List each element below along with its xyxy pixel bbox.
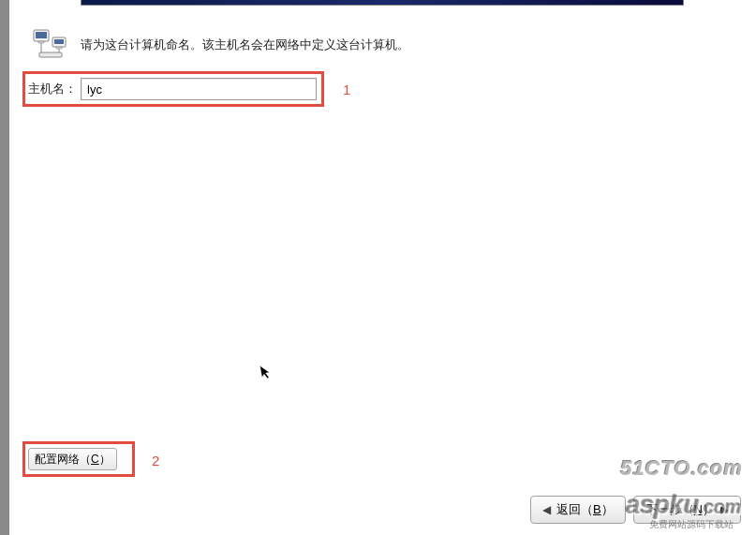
instruction-text: 请为这台计算机命名。该主机名会在网络中定义这台计算机。 — [81, 37, 409, 53]
watermark-aspku-sub: 免费网站源码下载站 — [649, 518, 734, 531]
svg-rect-4 — [54, 39, 64, 44]
svg-rect-2 — [38, 41, 44, 43]
watermark-aspku: aspku.com — [626, 490, 741, 520]
back-button[interactable]: ◀ 返回（B） — [530, 496, 626, 524]
hostname-label: 主机名： — [28, 81, 77, 97]
btn-label-part: ） — [99, 453, 111, 466]
svg-rect-6 — [39, 52, 62, 57]
btn-label-part: 配置网络（ — [35, 453, 91, 466]
arrow-left-icon: ◀ — [542, 503, 551, 516]
cursor-icon — [259, 363, 275, 385]
btn-label-underline: C — [91, 453, 99, 466]
annotation-2: 2 — [152, 453, 159, 468]
instruction-row: 请为这台计算机命名。该主机名会在网络中定义这台计算机。 — [32, 28, 409, 62]
annotation-1: 1 — [343, 82, 350, 97]
installer-banner — [81, 0, 684, 6]
computer-network-icon — [32, 28, 71, 62]
svg-rect-5 — [56, 47, 62, 49]
hostname-input[interactable] — [81, 78, 317, 100]
configure-network-button[interactable]: 配置网络（C） — [28, 448, 117, 470]
svg-rect-1 — [36, 32, 47, 38]
btn-text: 返回（B） — [556, 501, 614, 518]
watermark-51cto: 51CTO.com — [620, 456, 743, 481]
